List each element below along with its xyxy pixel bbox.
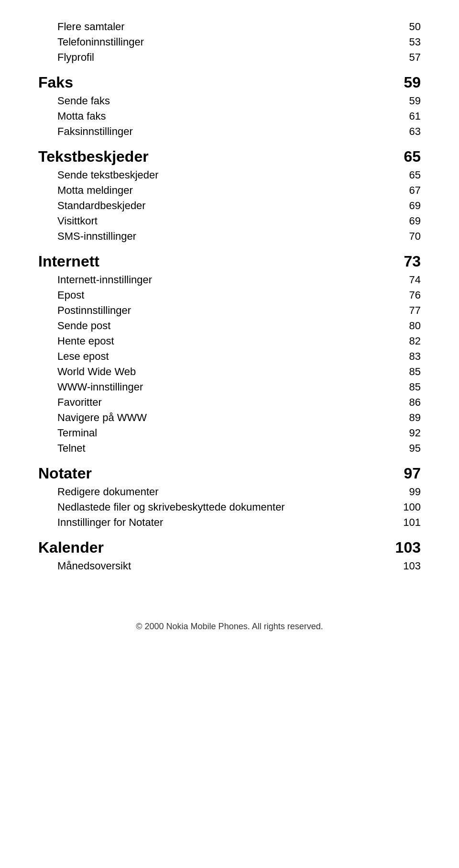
toc-label-postinnstillinger: Postinnstillinger bbox=[57, 304, 131, 317]
footer: © 2000 Nokia Mobile Phones. All rights r… bbox=[38, 612, 421, 632]
toc-page-sende-faks: 59 bbox=[409, 95, 421, 107]
toc-entry-flyprofil: Flyprofil 57 bbox=[38, 50, 421, 65]
toc-label-favoritter: Favoritter bbox=[57, 396, 102, 409]
toc-page-telnet: 95 bbox=[409, 442, 421, 455]
toc-label-sende-tekstbeskjeder: Sende tekstbeskjeder bbox=[57, 169, 159, 181]
toc-label-hente-epost: Hente epost bbox=[57, 335, 114, 347]
toc-section-label-faks: Faks bbox=[38, 74, 73, 91]
toc-entry-hente-epost: Hente epost 82 bbox=[38, 334, 421, 349]
toc-entry-innstillinger-for-notater: Innstillinger for Notater 101 bbox=[38, 515, 421, 530]
toc-page-navigere-pa-www: 89 bbox=[409, 412, 421, 424]
toc-label-telnet: Telnet bbox=[57, 442, 86, 455]
toc-label-navigere-pa-www: Navigere på WWW bbox=[57, 412, 147, 424]
toc-page-flere-samtaler: 50 bbox=[409, 21, 421, 33]
toc-section-label-tekstbeskjeder: Tekstbeskjeder bbox=[38, 148, 149, 166]
toc-entry-flere-samtaler: Flere samtaler 50 bbox=[38, 19, 421, 34]
toc-label-nedlastede-filer: Nedlastede filer og skrivebeskyttede dok… bbox=[57, 501, 285, 513]
toc-page-faksinnstillinger: 63 bbox=[409, 125, 421, 138]
toc-header-kalender: Kalender 103 bbox=[38, 530, 421, 558]
toc-section-label-kalender: Kalender bbox=[38, 539, 104, 556]
toc-page-terminal: 92 bbox=[409, 427, 421, 439]
toc-page-sms-innstillinger: 70 bbox=[409, 230, 421, 243]
toc-page-nedlastede-filer: 100 bbox=[403, 501, 421, 513]
toc-header-faks: Faks 59 bbox=[38, 65, 421, 93]
toc-label-www-innstillinger: WWW-innstillinger bbox=[57, 381, 143, 393]
toc-page-internett-innstillinger: 74 bbox=[409, 274, 421, 286]
toc-entry-sms-innstillinger: SMS-innstillinger 70 bbox=[38, 229, 421, 244]
footer-text: © 2000 Nokia Mobile Phones. All rights r… bbox=[136, 622, 323, 631]
toc-page-standardbeskjeder: 69 bbox=[409, 200, 421, 212]
toc-label-visittkort: Visittkort bbox=[57, 215, 98, 227]
toc-page-flyprofil: 57 bbox=[409, 51, 421, 64]
toc-page-visittkort: 69 bbox=[409, 215, 421, 227]
toc-page-innstillinger-for-notater: 101 bbox=[403, 516, 421, 529]
toc-label-world-wide-web: World Wide Web bbox=[57, 366, 136, 378]
toc-header-notater: Notater 97 bbox=[38, 456, 421, 484]
toc-label-sende-post: Sende post bbox=[57, 320, 110, 332]
toc-page-manedsoversikt: 103 bbox=[403, 560, 421, 572]
toc-entry-manedsoversikt: Månedsoversikt 103 bbox=[38, 558, 421, 574]
toc-entry-nedlastede-filer: Nedlastede filer og skrivebeskyttede dok… bbox=[38, 500, 421, 515]
toc-page-hente-epost: 82 bbox=[409, 335, 421, 347]
toc-entry-sende-post: Sende post 80 bbox=[38, 318, 421, 334]
toc-page-postinnstillinger: 77 bbox=[409, 304, 421, 317]
toc-entry-lese-epost: Lese epost 83 bbox=[38, 349, 421, 364]
toc-page-world-wide-web: 85 bbox=[409, 366, 421, 378]
toc-page-motta-faks: 61 bbox=[409, 110, 421, 122]
toc-entry-faksinnstillinger: Faksinnstillinger 63 bbox=[38, 124, 421, 139]
toc-section-page-notater: 97 bbox=[404, 465, 421, 482]
toc-entry-visittkort: Visittkort 69 bbox=[38, 213, 421, 229]
toc-entry-sende-faks: Sende faks 59 bbox=[38, 93, 421, 109]
toc-label-flyprofil: Flyprofil bbox=[57, 51, 94, 64]
toc-entry-sende-tekstbeskjeder: Sende tekstbeskjeder 65 bbox=[38, 167, 421, 183]
toc-section-kalender: Kalender 103 Månedsoversikt 103 bbox=[38, 530, 421, 574]
toc-label-sende-faks: Sende faks bbox=[57, 95, 110, 107]
toc-entry-telnet: Telnet 95 bbox=[38, 441, 421, 456]
toc-page-sende-tekstbeskjeder: 65 bbox=[409, 169, 421, 181]
toc-entry-motta-faks: Motta faks 61 bbox=[38, 109, 421, 124]
toc-entry-epost: Epost 76 bbox=[38, 288, 421, 303]
toc-label-sms-innstillinger: SMS-innstillinger bbox=[57, 230, 136, 243]
toc-entry-standardbeskjeder: Standardbeskjeder 69 bbox=[38, 198, 421, 213]
toc-entry-favoritter: Favoritter 86 bbox=[38, 395, 421, 410]
toc-section-page-kalender: 103 bbox=[395, 539, 421, 556]
toc-page-epost: 76 bbox=[409, 289, 421, 301]
toc-header-tekstbeskjeder: Tekstbeskjeder 65 bbox=[38, 139, 421, 167]
toc-entry-world-wide-web: World Wide Web 85 bbox=[38, 364, 421, 379]
toc-entry-terminal: Terminal 92 bbox=[38, 425, 421, 441]
toc-section-internett: Internett 73 Internett-innstillinger 74 … bbox=[38, 244, 421, 456]
toc-label-motta-meldinger: Motta meldinger bbox=[57, 184, 133, 197]
toc-section-notater: Notater 97 Redigere dokumenter 99 Nedlas… bbox=[38, 456, 421, 530]
toc-label-lese-epost: Lese epost bbox=[57, 350, 109, 363]
toc-entry-internett-innstillinger: Internett-innstillinger 74 bbox=[38, 272, 421, 288]
toc-entry-postinnstillinger: Postinnstillinger 77 bbox=[38, 303, 421, 318]
toc-page-sende-post: 80 bbox=[409, 320, 421, 332]
toc-label-faksinnstillinger: Faksinnstillinger bbox=[57, 125, 133, 138]
toc-section-label-internett: Internett bbox=[38, 253, 99, 270]
toc-section-tekstbeskjeder: Tekstbeskjeder 65 Sende tekstbeskjeder 6… bbox=[38, 139, 421, 244]
toc-section-page-faks: 59 bbox=[404, 74, 421, 91]
toc-page-favoritter: 86 bbox=[409, 396, 421, 409]
toc-entry-telefoninnstillinger: Telefoninnstillinger 53 bbox=[38, 34, 421, 50]
toc-entry-redigere-dokumenter: Redigere dokumenter 99 bbox=[38, 484, 421, 500]
toc-page-www-innstillinger: 85 bbox=[409, 381, 421, 393]
toc-section-page-tekstbeskjeder: 65 bbox=[404, 148, 421, 166]
toc-label-terminal: Terminal bbox=[57, 427, 97, 439]
toc-header-internett: Internett 73 bbox=[38, 244, 421, 272]
toc-entry-motta-meldinger: Motta meldinger 67 bbox=[38, 183, 421, 198]
toc-page-redigere-dokumenter: 99 bbox=[409, 486, 421, 498]
toc-section-label-notater: Notater bbox=[38, 465, 92, 482]
toc-section-page-internett: 73 bbox=[404, 253, 421, 270]
toc-label-manedsoversikt: Månedsoversikt bbox=[57, 560, 131, 572]
toc-page-telefoninnstillinger: 53 bbox=[409, 36, 421, 48]
toc-label-redigere-dokumenter: Redigere dokumenter bbox=[57, 486, 159, 498]
toc-page-lese-epost: 83 bbox=[409, 350, 421, 363]
toc-top-entries: Flere samtaler 50 Telefoninnstillinger 5… bbox=[38, 19, 421, 65]
toc-entry-www-innstillinger: WWW-innstillinger 85 bbox=[38, 379, 421, 395]
toc-label-flere-samtaler: Flere samtaler bbox=[57, 21, 125, 33]
toc-page-motta-meldinger: 67 bbox=[409, 184, 421, 197]
toc-label-telefoninnstillinger: Telefoninnstillinger bbox=[57, 36, 144, 48]
toc-label-standardbeskjeder: Standardbeskjeder bbox=[57, 200, 146, 212]
toc-label-epost: Epost bbox=[57, 289, 84, 301]
toc-section-faks: Faks 59 Sende faks 59 Motta faks 61 Faks… bbox=[38, 65, 421, 139]
